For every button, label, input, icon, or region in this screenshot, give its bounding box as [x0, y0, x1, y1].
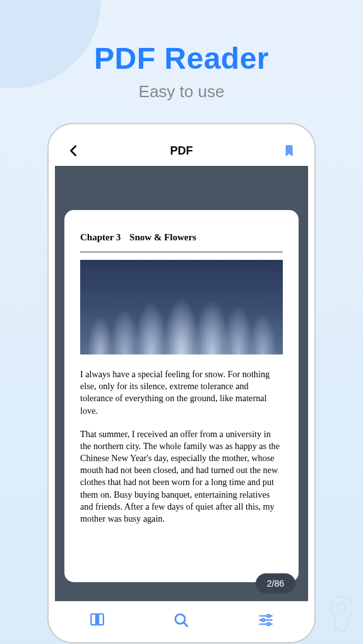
chapter-image	[80, 260, 283, 354]
contents-button[interactable]	[89, 612, 105, 628]
book-icon	[89, 612, 105, 628]
app-header: PDF	[55, 136, 308, 166]
hero-subtitle: Easy to use	[0, 82, 363, 102]
chapter-heading: Chapter 3 Snow & Flowers	[80, 232, 283, 243]
svg-line-2	[184, 623, 187, 626]
app-title: PDF	[170, 144, 193, 158]
svg-point-8	[267, 623, 270, 625]
page-indicator: 2/86	[256, 573, 295, 594]
app-screen: PDF Chapter 3 Snow & Flowers I always ha…	[55, 136, 308, 642]
bookmark-button[interactable]	[282, 143, 297, 158]
bottom-toolbar	[55, 601, 308, 638]
pdf-page: Chapter 3 Snow & Flowers I always have a…	[64, 210, 299, 582]
divider	[80, 252, 283, 252]
phone-frame: PDF Chapter 3 Snow & Flowers I always ha…	[47, 123, 316, 643]
search-icon	[173, 612, 189, 628]
svg-point-7	[262, 618, 265, 621]
svg-point-6	[267, 614, 270, 617]
search-button[interactable]	[173, 612, 189, 628]
paragraph: I always have a special feeling for snow…	[80, 368, 283, 417]
back-button[interactable]	[66, 143, 81, 158]
bookmark-icon	[283, 143, 295, 158]
settings-sliders-icon	[258, 612, 274, 628]
document-viewer[interactable]: Chapter 3 Snow & Flowers I always have a…	[55, 166, 308, 601]
paragraph: That summer, I received an offer from a …	[80, 428, 283, 525]
chapter-label: Chapter 3	[80, 232, 121, 242]
watermark	[324, 594, 359, 635]
back-arrow-icon	[67, 144, 81, 158]
settings-button[interactable]	[258, 612, 274, 628]
svg-point-9	[337, 603, 346, 612]
chapter-title: Snow & Flowers	[129, 232, 196, 242]
body-text: I always have a special feeling for snow…	[80, 368, 283, 525]
